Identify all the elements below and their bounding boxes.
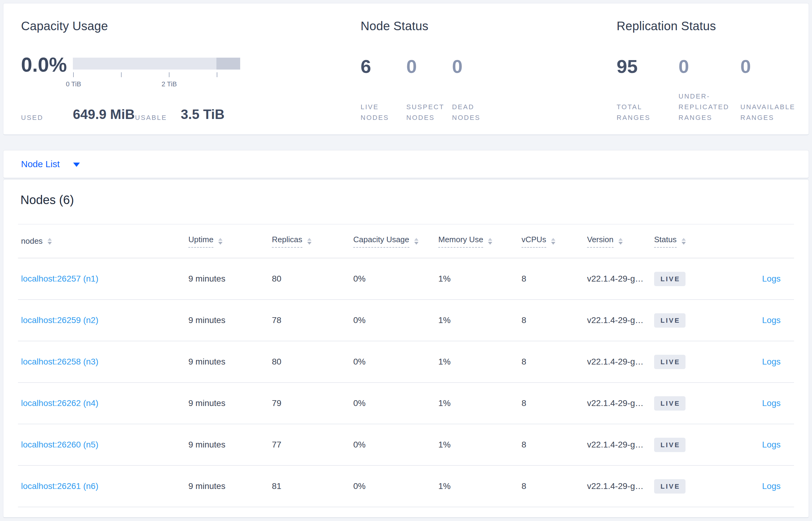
version-cell: v22.1.4-29-g…: [584, 315, 651, 325]
replicas-cell: 80: [269, 274, 350, 284]
logs-link[interactable]: Logs: [762, 399, 781, 408]
node-list-dropdown[interactable]: Node List: [21, 151, 80, 178]
label-line: UNAVAILABLE: [740, 101, 795, 112]
column-header-label: Version: [587, 235, 614, 248]
table-row: localhost:26258 (n3) 9 minutes 80 0% 1% …: [18, 341, 794, 383]
capacity-usage-cell: 0%: [350, 399, 435, 408]
gauge-tick-label: 2 TiB: [148, 80, 191, 88]
gauge-tick: [121, 72, 122, 77]
usable-value: 3.5 TiB: [181, 108, 224, 121]
memory-use-cell: 1%: [435, 399, 519, 408]
replicas-cell: 77: [269, 440, 350, 450]
column-header-status[interactable]: Status: [651, 235, 734, 248]
memory-use-cell: 1%: [435, 315, 519, 325]
status-badge: LIVE: [654, 479, 686, 494]
sort-arrows-icon: [218, 238, 222, 245]
replication-status-title: Replication Status: [617, 19, 716, 33]
capacity-gauge-reserved-segment: [216, 58, 240, 70]
capacity-usage-cell: 0%: [350, 440, 435, 450]
node-list-dropdown-label: Node List: [21, 159, 60, 169]
table-body: localhost:26257 (n1) 9 minutes 80 0% 1% …: [18, 258, 794, 507]
uptime-cell: 9 minutes: [185, 315, 269, 325]
capacity-gauge-bar: [73, 58, 240, 70]
column-header-version[interactable]: Version: [584, 235, 651, 248]
version-cell: v22.1.4-29-g…: [584, 357, 651, 367]
sort-arrows-icon: [488, 238, 492, 245]
column-header-uptime[interactable]: Uptime: [185, 235, 269, 248]
label-line: REPLICATED: [678, 101, 730, 112]
uptime-cell: 9 minutes: [185, 357, 269, 367]
label-line: RANGES: [617, 112, 650, 123]
logs-link[interactable]: Logs: [762, 440, 781, 449]
column-header-label: Status: [654, 235, 677, 248]
column-header-label: Replicas: [272, 235, 302, 248]
gauge-tick: [73, 72, 74, 77]
capacity-usage-title: Capacity Usage: [21, 19, 108, 33]
replicas-cell: 79: [269, 399, 350, 408]
node-link[interactable]: localhost:26260 (n5): [21, 440, 98, 449]
logs-link[interactable]: Logs: [762, 357, 781, 366]
logs-link[interactable]: Logs: [762, 274, 781, 284]
version-cell: v22.1.4-29-g…: [584, 274, 651, 284]
total-ranges-count: 95: [617, 57, 638, 76]
gauge-tick: [169, 72, 169, 77]
column-header-vcpus[interactable]: vCPUs: [519, 235, 584, 248]
label-line: NODES: [361, 112, 389, 123]
node-link[interactable]: localhost:26258 (n3): [21, 357, 98, 366]
memory-use-cell: 1%: [435, 274, 519, 284]
live-nodes-count: 6: [361, 57, 371, 76]
dead-nodes-count: 0: [452, 57, 462, 76]
version-cell: v22.1.4-29-g…: [584, 399, 651, 408]
vcpus-cell: 8: [519, 440, 584, 450]
status-badge: LIVE: [654, 396, 686, 411]
node-link[interactable]: localhost:26257 (n1): [21, 274, 98, 284]
unavailable-ranges-label: UNAVAILABLE RANGES: [740, 101, 795, 123]
uptime-cell: 9 minutes: [185, 399, 269, 408]
column-header-replicas[interactable]: Replicas: [269, 235, 350, 248]
vcpus-cell: 8: [519, 399, 584, 408]
capacity-percent-value: 0.0%: [21, 54, 67, 75]
column-header-memory-use[interactable]: Memory Use: [435, 235, 519, 248]
capacity-usage-cell: 0%: [350, 357, 435, 367]
uptime-cell: 9 minutes: [185, 481, 269, 491]
node-status-title: Node Status: [361, 19, 428, 33]
node-link[interactable]: localhost:26259 (n2): [21, 315, 98, 325]
label-line: RANGES: [740, 112, 795, 123]
vcpus-cell: 8: [519, 357, 584, 367]
table-row: localhost:26262 (n4) 9 minutes 79 0% 1% …: [18, 383, 794, 424]
under-replicated-ranges-count: 0: [678, 57, 689, 76]
nodes-section-title: Nodes (6): [20, 193, 74, 207]
replicas-cell: 80: [269, 357, 350, 367]
total-ranges-label: TOTAL RANGES: [617, 101, 650, 123]
usable-label: USABLE: [135, 114, 167, 122]
table-row: localhost:26260 (n5) 9 minutes 77 0% 1% …: [18, 424, 794, 466]
node-link[interactable]: localhost:26262 (n4): [21, 399, 98, 408]
sort-arrows-icon: [682, 238, 686, 245]
vcpus-cell: 8: [519, 481, 584, 491]
label-line: NODES: [406, 112, 445, 123]
logs-link[interactable]: Logs: [762, 481, 781, 491]
column-header-capacity-usage[interactable]: Capacity Usage: [350, 235, 435, 248]
logs-link[interactable]: Logs: [762, 315, 781, 325]
node-link[interactable]: localhost:26261 (n6): [21, 481, 98, 491]
uptime-cell: 9 minutes: [185, 274, 269, 284]
gauge-tick-label: 0 TiB: [52, 80, 95, 88]
column-header-label: nodes: [21, 236, 43, 246]
memory-use-cell: 1%: [435, 357, 519, 367]
live-nodes-label: LIVE NODES: [361, 101, 389, 123]
column-header-label: Capacity Usage: [353, 235, 409, 248]
status-badge: LIVE: [654, 355, 686, 369]
column-header-nodes[interactable]: nodes: [18, 236, 185, 246]
unavailable-ranges-count: 0: [740, 57, 751, 76]
status-badge: LIVE: [654, 272, 686, 286]
suspect-nodes-label: SUSPECT NODES: [406, 101, 445, 123]
cluster-summary-card: Capacity Usage 0.0% 0 TiB 2 TiB USED 649…: [3, 3, 809, 135]
caret-down-icon: [73, 163, 80, 167]
vcpus-cell: 8: [519, 315, 584, 325]
memory-use-cell: 1%: [435, 440, 519, 450]
view-selector-bar: Node List: [3, 150, 809, 178]
label-line: SUSPECT: [406, 101, 445, 112]
label-line: LIVE: [361, 101, 389, 112]
column-header-label: vCPUs: [522, 235, 546, 248]
sort-arrows-icon: [414, 238, 419, 245]
